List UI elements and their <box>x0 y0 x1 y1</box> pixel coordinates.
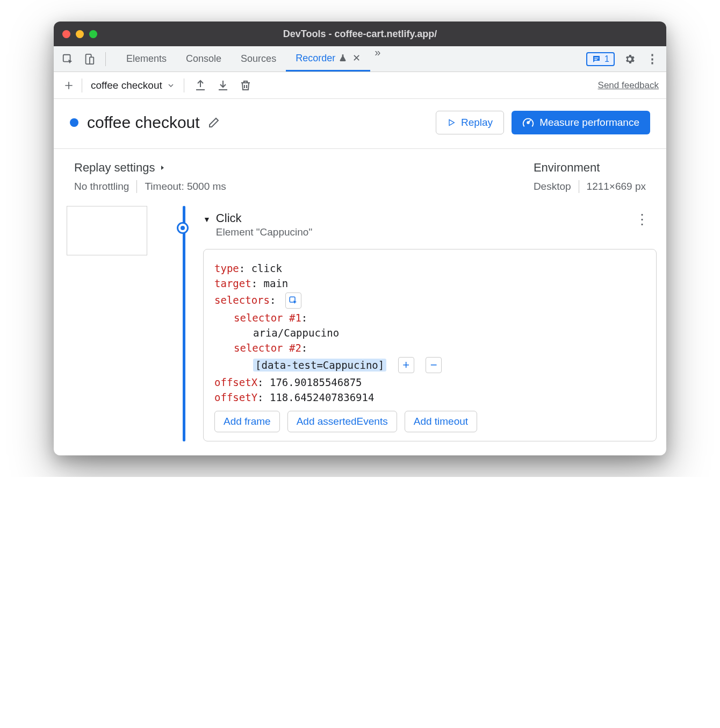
gauge-icon <box>522 117 534 129</box>
timeout-value: Timeout: 5000 ms <box>145 181 226 192</box>
step-details-card: type: click target: main selectors: sele… <box>203 249 657 441</box>
chevron-right-icon <box>159 163 165 172</box>
settings-gear-icon[interactable] <box>622 52 637 67</box>
recording-selector[interactable]: coffee checkout <box>88 80 178 91</box>
screenshot-thumbnail[interactable] <box>67 206 147 255</box>
chat-icon <box>592 54 601 64</box>
issues-count: 1 <box>604 54 609 64</box>
divider <box>82 78 82 92</box>
export-icon[interactable] <box>194 79 207 92</box>
recording-indicator-dot <box>70 118 78 127</box>
zoom-window-button[interactable] <box>89 30 97 38</box>
inspect-element-icon[interactable] <box>60 52 75 67</box>
traffic-lights <box>62 30 97 38</box>
recording-header: coffee checkout Replay Measure performan… <box>54 99 666 149</box>
divider <box>184 78 184 92</box>
flask-icon <box>339 53 347 63</box>
remove-selector-button[interactable]: − <box>426 357 442 373</box>
titlebar: DevTools - coffee-cart.netlify.app/ <box>54 22 666 46</box>
divider <box>136 180 137 193</box>
viewport-value: 1211×669 px <box>587 181 646 192</box>
throttling-value: No throttling <box>74 181 129 192</box>
step-title: Click <box>216 211 312 225</box>
tab-elements[interactable]: Elements <box>117 46 176 72</box>
selector-1-value[interactable]: aria/Cappucino <box>214 327 645 339</box>
device-toolbar-icon[interactable] <box>82 52 97 67</box>
new-recording-button[interactable] <box>61 78 76 93</box>
prop-target[interactable]: target: main <box>214 277 645 289</box>
prop-selectors[interactable]: selectors: <box>214 292 645 309</box>
timeline-rail <box>171 206 195 441</box>
window-title: DevTools - coffee-cart.netlify.app/ <box>54 28 666 40</box>
add-timeout-button[interactable]: Add timeout <box>405 411 477 432</box>
replay-button[interactable]: Replay <box>436 111 504 134</box>
environment-heading: Environment <box>534 161 646 175</box>
chevron-down-icon <box>167 81 175 90</box>
settings-row: Replay settings No throttling Timeout: 5… <box>54 149 666 206</box>
step-kebab-icon[interactable]: ⋮ <box>635 211 650 228</box>
measure-performance-button[interactable]: Measure performance <box>512 111 650 134</box>
edit-pencil-icon[interactable] <box>207 116 220 129</box>
kebab-menu-icon[interactable]: ⋮ <box>645 52 660 67</box>
tab-sources[interactable]: Sources <box>231 46 286 72</box>
prop-selector-1[interactable]: selector #1: <box>214 312 645 324</box>
issues-badge[interactable]: 1 <box>586 52 615 66</box>
prop-selector-2[interactable]: selector #2: <box>214 342 645 354</box>
prop-type[interactable]: type: click <box>214 262 645 274</box>
device-value: Desktop <box>534 181 571 192</box>
devtools-tabbar: Elements Console Sources Recorder ✕ » 1 … <box>54 46 666 72</box>
send-feedback-link[interactable]: Send feedback <box>598 80 659 91</box>
delete-icon[interactable] <box>239 79 252 92</box>
svg-rect-3 <box>594 58 599 59</box>
add-asserted-events-button[interactable]: Add assertedEvents <box>287 411 397 432</box>
step-marker[interactable] <box>177 222 189 234</box>
svg-rect-2 <box>90 57 93 64</box>
replay-settings-heading[interactable]: Replay settings <box>74 161 226 175</box>
more-tabs-icon[interactable]: » <box>370 46 385 72</box>
recording-selector-label: coffee checkout <box>91 80 162 91</box>
recorder-subbar: coffee checkout Send feedback <box>54 72 666 99</box>
import-icon[interactable] <box>217 79 229 92</box>
divider <box>105 52 106 66</box>
step-subtitle: Element "Cappucino" <box>216 226 312 238</box>
step-header[interactable]: ▼ Click Element "Cappucino" <box>203 211 657 238</box>
expand-caret-icon[interactable]: ▼ <box>203 215 211 224</box>
minimize-window-button[interactable] <box>76 30 84 38</box>
svg-rect-4 <box>594 59 597 60</box>
recording-title: coffee checkout <box>87 113 200 132</box>
tab-recorder[interactable]: Recorder ✕ <box>286 46 370 72</box>
prop-offsety[interactable]: offsetY: 118.6452407836914 <box>214 391 645 403</box>
add-selector-button[interactable]: + <box>398 357 414 373</box>
step-area: ⋮ ▼ Click Element "Cappucino" type: clic… <box>54 206 666 455</box>
play-icon <box>447 118 456 127</box>
tab-console[interactable]: Console <box>176 46 231 72</box>
devtools-window: DevTools - coffee-cart.netlify.app/ Elem… <box>54 22 666 455</box>
selector-picker-icon[interactable] <box>285 292 301 309</box>
close-tab-icon[interactable]: ✕ <box>352 52 361 64</box>
prop-offsetx[interactable]: offsetX: 176.90185546875 <box>214 376 645 388</box>
add-frame-button[interactable]: Add frame <box>214 411 280 432</box>
close-window-button[interactable] <box>62 30 70 38</box>
divider <box>579 180 579 193</box>
selector-2-value[interactable]: [data-test=Cappucino] + − <box>214 357 645 373</box>
